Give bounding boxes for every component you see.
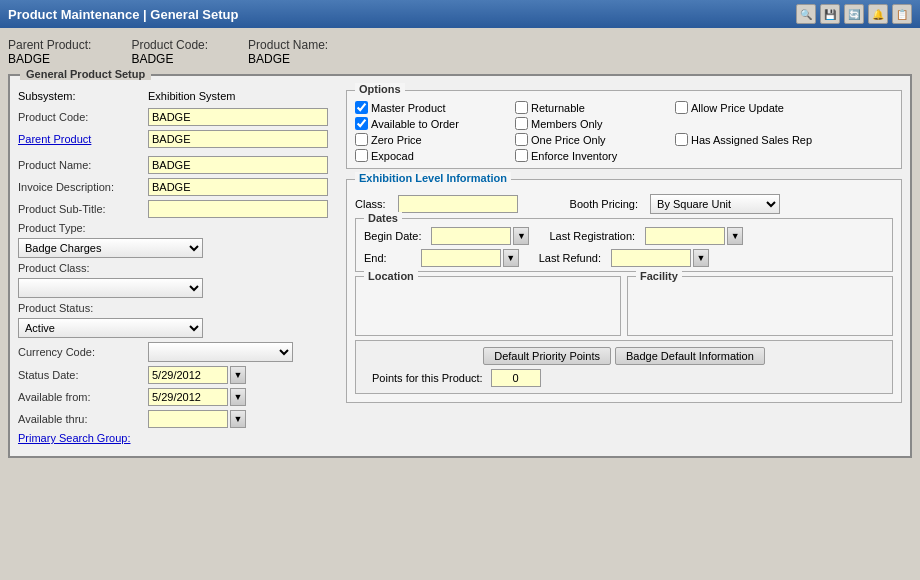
primary-search-group-row: Primary Search Group: bbox=[18, 432, 338, 444]
toolbar-icons: 🔍 💾 🔄 🔔 📋 bbox=[796, 4, 912, 24]
product-type-label: Product Type: bbox=[18, 222, 148, 234]
available-thru-label: Available thru: bbox=[18, 413, 148, 425]
product-type-select[interactable]: Badge Charges Registration Exhibitor bbox=[18, 238, 203, 258]
product-name-label: Product Name: bbox=[18, 159, 148, 171]
expocad-checkbox[interactable] bbox=[355, 149, 368, 162]
product-class-row: Product Class: bbox=[18, 262, 338, 274]
product-name-row: Product Name: bbox=[18, 156, 338, 174]
zero-price-checkbox[interactable] bbox=[355, 133, 368, 146]
allow-price-update-checkbox[interactable] bbox=[675, 101, 688, 114]
available-from-input[interactable] bbox=[148, 388, 228, 406]
bottom-section: Default Priority Points Badge Default In… bbox=[355, 340, 893, 394]
available-to-order-checkbox-item: Available to Order bbox=[355, 117, 495, 130]
options-row-4: Expocad Enforce Inventory bbox=[355, 149, 893, 162]
product-class-select[interactable] bbox=[18, 278, 203, 298]
product-name-meta: Product Name: BADGE bbox=[248, 38, 328, 66]
members-only-checkbox[interactable] bbox=[515, 117, 528, 130]
returnable-checkbox[interactable] bbox=[515, 101, 528, 114]
available-thru-field: ▼ bbox=[148, 410, 246, 428]
one-price-only-checkbox[interactable] bbox=[515, 133, 528, 146]
end-date-btn[interactable]: ▼ bbox=[503, 249, 519, 267]
magnifier-icon[interactable]: 🔍 bbox=[796, 4, 816, 24]
points-row: Points for this Product: bbox=[364, 369, 884, 387]
allow-price-update-checkbox-item: Allow Price Update bbox=[675, 101, 815, 114]
exhibition-legend: Exhibition Level Information bbox=[355, 172, 511, 184]
product-name-meta-label: Product Name: bbox=[248, 38, 328, 52]
available-from-label: Available from: bbox=[18, 391, 148, 403]
facility-legend: Facility bbox=[636, 270, 682, 282]
product-code-label: Product Code: bbox=[18, 111, 148, 123]
location-box: Location bbox=[355, 276, 621, 336]
returnable-checkbox-item: Returnable bbox=[515, 101, 655, 114]
bell-icon[interactable]: 🔔 bbox=[868, 4, 888, 24]
booth-pricing-select[interactable]: By Square Unit Flat Rate Per Item bbox=[650, 194, 780, 214]
primary-search-group-link[interactable]: Primary Search Group: bbox=[18, 432, 130, 444]
badge-default-info-button[interactable]: Badge Default Information bbox=[615, 347, 765, 365]
subsystem-value: Exhibition System bbox=[148, 90, 235, 102]
zero-price-label: Zero Price bbox=[371, 134, 422, 146]
last-registration-btn[interactable]: ▼ bbox=[727, 227, 743, 245]
loc-fac-row: Location Facility bbox=[355, 276, 893, 336]
title-bar: Product Maintenance | General Setup 🔍 💾 … bbox=[0, 0, 920, 28]
master-product-checkbox[interactable] bbox=[355, 101, 368, 114]
last-refund-input[interactable] bbox=[611, 249, 691, 267]
refresh-icon[interactable]: 🔄 bbox=[844, 4, 864, 24]
dates-section: Dates Begin Date: ▼ Last Registration: ▼ bbox=[355, 218, 893, 272]
parent-product-input[interactable] bbox=[148, 130, 328, 148]
product-subtitle-input[interactable] bbox=[148, 200, 328, 218]
enforce-inventory-checkbox[interactable] bbox=[515, 149, 528, 162]
available-to-order-checkbox[interactable] bbox=[355, 117, 368, 130]
invoice-desc-input[interactable] bbox=[148, 178, 328, 196]
end-date-field: ▼ bbox=[421, 249, 519, 267]
bottom-buttons: Default Priority Points Badge Default In… bbox=[364, 347, 884, 365]
has-assigned-sales-rep-checkbox-item: Has Assigned Sales Rep bbox=[675, 133, 815, 146]
currency-code-select[interactable] bbox=[148, 342, 293, 362]
last-refund-label: Last Refund: bbox=[539, 252, 601, 264]
invoice-desc-row: Invoice Description: bbox=[18, 178, 338, 196]
invoice-desc-label: Invoice Description: bbox=[18, 181, 148, 193]
page-title: Product Maintenance | General Setup bbox=[8, 7, 238, 22]
available-thru-btn[interactable]: ▼ bbox=[230, 410, 246, 428]
product-status-select[interactable]: Active Inactive bbox=[18, 318, 203, 338]
master-product-checkbox-item: Master Product bbox=[355, 101, 495, 114]
exhibition-class-row: Class: Booth Pricing: By Square Unit Fla… bbox=[355, 194, 893, 214]
product-type-select-row: Badge Charges Registration Exhibitor bbox=[18, 238, 338, 258]
product-status-label: Product Status: bbox=[18, 302, 148, 314]
available-thru-input[interactable] bbox=[148, 410, 228, 428]
product-code-meta-label: Product Code: bbox=[131, 38, 208, 52]
available-from-field: ▼ bbox=[148, 388, 246, 406]
options-row-2: Available to Order Members Only bbox=[355, 117, 893, 130]
available-from-btn[interactable]: ▼ bbox=[230, 388, 246, 406]
right-column: Options Master Product Returnable bbox=[346, 90, 902, 448]
points-input[interactable] bbox=[491, 369, 541, 387]
begin-date-input[interactable] bbox=[431, 227, 511, 245]
product-subtitle-row: Product Sub-Title: bbox=[18, 200, 338, 218]
product-status-row: Product Status: bbox=[18, 302, 338, 314]
parent-product-link[interactable]: Parent Product bbox=[18, 133, 148, 145]
default-priority-points-button[interactable]: Default Priority Points bbox=[483, 347, 611, 365]
last-registration-field: ▼ bbox=[645, 227, 743, 245]
main-panel: General Product Setup Subsystem: Exhibit… bbox=[8, 74, 912, 458]
begin-date-btn[interactable]: ▼ bbox=[513, 227, 529, 245]
has-assigned-sales-rep-checkbox[interactable] bbox=[675, 133, 688, 146]
one-price-only-label: One Price Only bbox=[531, 134, 606, 146]
available-to-order-label: Available to Order bbox=[371, 118, 459, 130]
last-refund-btn[interactable]: ▼ bbox=[693, 249, 709, 267]
class-input[interactable] bbox=[398, 195, 518, 213]
last-registration-input[interactable] bbox=[645, 227, 725, 245]
settings-icon[interactable]: 📋 bbox=[892, 4, 912, 24]
product-name-input[interactable] bbox=[148, 156, 328, 174]
meta-row: Parent Product: BADGE Product Code: BADG… bbox=[8, 34, 912, 70]
product-class-select-row bbox=[18, 278, 338, 298]
subsystem-label: Subsystem: bbox=[18, 90, 148, 102]
status-date-input[interactable] bbox=[148, 366, 228, 384]
product-code-meta-value: BADGE bbox=[131, 52, 173, 66]
master-product-label: Master Product bbox=[371, 102, 446, 114]
options-legend: Options bbox=[355, 83, 405, 95]
save-icon[interactable]: 💾 bbox=[820, 4, 840, 24]
end-date-input[interactable] bbox=[421, 249, 501, 267]
has-assigned-sales-rep-label: Has Assigned Sales Rep bbox=[691, 134, 812, 146]
zero-price-checkbox-item: Zero Price bbox=[355, 133, 495, 146]
status-date-btn[interactable]: ▼ bbox=[230, 366, 246, 384]
product-code-input[interactable] bbox=[148, 108, 328, 126]
